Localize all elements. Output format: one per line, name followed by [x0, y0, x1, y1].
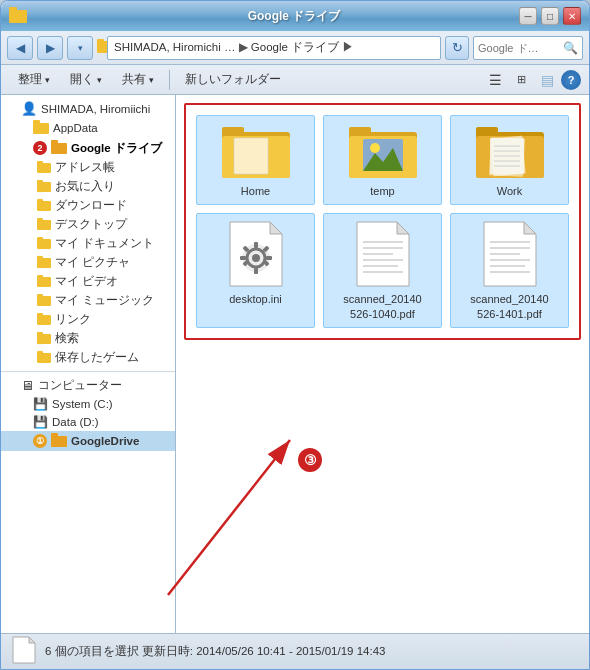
svg-rect-59 — [254, 242, 258, 248]
svg-rect-31 — [51, 433, 58, 437]
sidebar-links-label: リンク — [55, 312, 91, 327]
sidebar-myvideo-label: マイ ビデオ — [55, 274, 118, 289]
sidebar-item-savedgames[interactable]: 保存したゲーム — [1, 348, 175, 367]
sidebar: 👤 SHIMADA, Hiromiichi AppData 2 Google ド… — [1, 95, 176, 633]
view-icon-button[interactable]: ⊞ — [509, 68, 533, 92]
svg-rect-61 — [240, 256, 246, 260]
sidebar-mymusic-label: マイ ミュージック — [55, 293, 154, 308]
sidebar-item-myvideo[interactable]: マイ ビデオ — [1, 272, 175, 291]
sidebar-item-downloads[interactable]: ダウンロード — [1, 196, 175, 215]
folder-icon-mymusic — [37, 294, 51, 308]
sidebar-item-computer[interactable]: 🖥 コンピューター — [1, 376, 175, 395]
folder-icon-search — [37, 332, 51, 346]
file-item-home[interactable]: Home — [196, 115, 315, 205]
search-box: 🔍 — [473, 36, 583, 60]
svg-rect-17 — [37, 237, 43, 241]
status-text: 6 個の項目を選択 更新日時: 2014/05/26 10:41 - 2015/… — [45, 644, 385, 659]
new-folder-button[interactable]: 新しいフォルダー — [176, 68, 290, 92]
sidebar-computer-label: コンピューター — [38, 378, 122, 393]
sidebar-googledrive-drive-label: GoogleDrive — [71, 435, 139, 447]
search-input[interactable] — [478, 42, 560, 54]
sidebar-item-address[interactable]: アドレス帳 — [1, 158, 175, 177]
badge-2: 2 — [33, 141, 47, 155]
main-area: 👤 SHIMADA, Hiromiichi AppData 2 Google ド… — [1, 95, 589, 633]
folder-icon-desktop — [37, 218, 51, 232]
user-icon: 👤 — [21, 101, 37, 116]
sidebar-user-label: SHIMADA, Hiromiichi — [41, 103, 150, 115]
file-desktopini-icon — [226, 220, 286, 288]
dropdown-button[interactable]: ▾ — [67, 36, 93, 60]
svg-marker-76 — [524, 222, 536, 234]
sidebar-divider-1 — [1, 371, 175, 372]
share-button[interactable]: 共有 ▾ — [113, 68, 163, 92]
svg-rect-27 — [37, 332, 43, 336]
status-bar: 6 個の項目を選択 更新日時: 2014/05/26 10:41 - 2015/… — [1, 633, 589, 669]
sidebar-item-systemc[interactable]: 💾 System (C:) — [1, 395, 175, 413]
refresh-button[interactable]: ↻ — [445, 36, 469, 60]
folder-temp-icon — [347, 122, 419, 180]
folder-home-icon — [220, 122, 292, 180]
svg-rect-21 — [37, 275, 43, 279]
forward-button[interactable]: ▶ — [37, 36, 63, 60]
breadcrumb-text: SHIMADA, Hiromichi … ▶ Google ドライブ ▶ — [114, 40, 354, 55]
folder-icon-googledrive — [51, 140, 67, 156]
computer-icon: 🖥 — [21, 378, 34, 393]
sidebar-item-mypics[interactable]: マイ ピクチャ — [1, 253, 175, 272]
search-icon[interactable]: 🔍 — [563, 41, 578, 55]
maximize-button[interactable]: □ — [541, 7, 559, 25]
svg-rect-19 — [37, 256, 43, 260]
svg-rect-15 — [37, 218, 43, 222]
sidebar-googledrive-label: Google ドライブ — [71, 141, 162, 156]
file-pane: Home — [176, 95, 589, 633]
folder-icon-appdata — [33, 120, 49, 136]
file-grid: Home — [192, 111, 573, 332]
sidebar-item-mymusic[interactable]: マイ ミュージック — [1, 291, 175, 310]
sidebar-datad-label: Data (D:) — [52, 416, 99, 428]
sidebar-item-googledrive[interactable]: 2 Google ドライブ — [1, 138, 175, 158]
back-button[interactable]: ◀ — [7, 36, 33, 60]
sidebar-item-googledrive-drive[interactable]: ① GoogleDrive — [1, 431, 175, 451]
svg-rect-62 — [266, 256, 272, 260]
help-button[interactable]: ? — [561, 70, 581, 90]
sidebar-item-desktop[interactable]: デスクトップ — [1, 215, 175, 234]
sidebar-item-datad[interactable]: 💾 Data (D:) — [1, 413, 175, 431]
minimize-button[interactable]: ─ — [519, 7, 537, 25]
svg-rect-23 — [37, 294, 43, 298]
view-list-button[interactable]: ☰ — [483, 68, 507, 92]
title-bar: Google ドライブ ─ □ ✕ — [1, 1, 589, 31]
sidebar-mydocs-label: マイ ドキュメント — [55, 236, 154, 251]
file-pdf1-icon — [353, 220, 413, 288]
sidebar-item-user[interactable]: 👤 SHIMADA, Hiromiichi — [1, 99, 175, 118]
file-item-desktopini[interactable]: desktop.ini — [196, 213, 315, 328]
sidebar-item-links[interactable]: リンク — [1, 310, 175, 329]
svg-rect-1 — [9, 7, 17, 12]
sidebar-downloads-label: ダウンロード — [55, 198, 127, 213]
file-item-work[interactable]: Work — [450, 115, 569, 205]
organize-button[interactable]: 整理 ▾ — [9, 68, 59, 92]
hdd-icon-c: 💾 — [33, 397, 48, 411]
svg-marker-68 — [397, 222, 409, 234]
explorer-window: Google ドライブ ─ □ ✕ ◀ ▶ ▾ SHIMADA, Hiromic… — [0, 0, 590, 670]
file-item-pdf2[interactable]: scanned_20140526-1401.pdf — [450, 213, 569, 328]
badge-1: ① — [33, 434, 47, 448]
sidebar-item-appdata[interactable]: AppData — [1, 118, 175, 138]
folder-icon-myvideo — [37, 275, 51, 289]
breadcrumb[interactable]: SHIMADA, Hiromichi … ▶ Google ドライブ ▶ — [107, 36, 441, 60]
sidebar-item-search[interactable]: 検索 — [1, 329, 175, 348]
svg-rect-3 — [97, 39, 104, 43]
file-item-pdf1[interactable]: scanned_20140526-1040.pdf — [323, 213, 442, 328]
svg-rect-5 — [33, 120, 40, 124]
open-button[interactable]: 開く ▾ — [61, 68, 111, 92]
sidebar-item-mydocs[interactable]: マイ ドキュメント — [1, 234, 175, 253]
file-item-temp[interactable]: temp — [323, 115, 442, 205]
window-controls: ─ □ ✕ — [519, 7, 581, 25]
share-dropdown-icon: ▾ — [149, 75, 154, 85]
folder-icon-downloads — [37, 199, 51, 213]
close-button[interactable]: ✕ — [563, 7, 581, 25]
folder-icon-mydocs — [37, 237, 51, 251]
svg-rect-60 — [254, 268, 258, 274]
sidebar-mypics-label: マイ ピクチャ — [55, 255, 130, 270]
sidebar-item-favorites[interactable]: お気に入り — [1, 177, 175, 196]
view-detail-button[interactable]: ▤ — [535, 68, 559, 92]
folder-work-icon — [474, 122, 546, 180]
